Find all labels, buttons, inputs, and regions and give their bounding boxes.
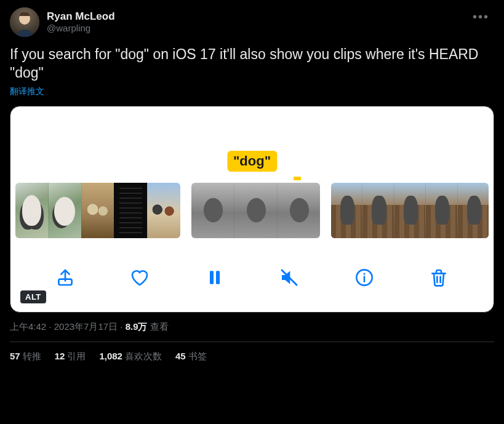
label: 引用 <box>67 351 86 361</box>
heart-icon[interactable] <box>126 264 153 291</box>
media-action-bar <box>10 260 494 295</box>
svg-rect-4 <box>216 271 220 284</box>
meta-dot: · <box>118 321 126 332</box>
thumbnail[interactable] <box>48 183 81 238</box>
pause-icon[interactable] <box>201 264 228 291</box>
meta-dot: · <box>46 321 54 332</box>
mute-icon[interactable] <box>276 264 303 291</box>
tweet-text: If you search for "dog" on iOS 17 it'll … <box>10 46 494 82</box>
count: 45 <box>175 351 186 361</box>
label: 书签 <box>188 351 207 361</box>
author-block[interactable]: Ryan McLeod @warpling <box>10 7 115 37</box>
more-icon[interactable]: ••• <box>468 7 494 26</box>
meta-time[interactable]: 上午4:42 <box>10 321 46 332</box>
thumbnail[interactable] <box>81 183 114 238</box>
thumbnail[interactable] <box>457 183 489 238</box>
label: 转推 <box>23 351 41 361</box>
tweet-meta: 上午4:42 · 2023年7月17日 · 8.9万 查看 <box>10 321 494 333</box>
author-names: Ryan McLeod @warpling <box>47 10 115 34</box>
trash-icon[interactable] <box>425 264 452 291</box>
info-icon[interactable] <box>351 264 378 291</box>
thumbnail[interactable] <box>362 183 393 238</box>
thumbnail[interactable] <box>114 183 147 238</box>
tweet-container: Ryan McLeod @warpling ••• If you search … <box>0 0 504 370</box>
stat-retweets[interactable]: 57转推 <box>10 351 41 362</box>
avatar[interactable] <box>10 7 39 37</box>
search-chip: "dog" <box>227 151 277 172</box>
share-icon[interactable] <box>52 264 79 291</box>
count: 57 <box>10 351 20 361</box>
views-count[interactable]: 8.9万 <box>126 321 148 332</box>
views-label: 查看 <box>150 321 169 332</box>
clip-group-3[interactable] <box>331 183 489 238</box>
handle[interactable]: @warpling <box>47 23 115 34</box>
stat-likes[interactable]: 1,082喜欢次数 <box>99 351 162 362</box>
thumbnail[interactable] <box>277 183 320 238</box>
display-name[interactable]: Ryan McLeod <box>47 10 115 23</box>
video-timeline[interactable] <box>10 183 494 238</box>
count: 1,082 <box>99 351 122 361</box>
stat-bookmarks[interactable]: 45书签 <box>175 351 207 362</box>
chip-marker <box>294 177 301 180</box>
clip-group-1[interactable] <box>15 183 180 238</box>
thumbnail[interactable] <box>394 183 425 238</box>
thumbnail[interactable] <box>147 183 180 238</box>
svg-rect-3 <box>210 271 214 284</box>
meta-date[interactable]: 2023年7月17日 <box>54 321 118 332</box>
alt-badge[interactable]: ALT <box>20 290 46 303</box>
clip-group-2[interactable] <box>191 183 320 238</box>
label: 喜欢次数 <box>125 351 162 361</box>
count: 12 <box>55 351 65 361</box>
tweet-header: Ryan McLeod @warpling ••• <box>10 7 494 37</box>
thumbnail[interactable] <box>15 183 48 238</box>
svg-point-8 <box>363 273 365 274</box>
thumbnail[interactable] <box>191 183 234 238</box>
media-card[interactable]: "dog" <box>10 106 494 313</box>
translate-link[interactable]: 翻译推文 <box>10 86 494 97</box>
thumbnail[interactable] <box>234 183 277 238</box>
thumbnail[interactable] <box>331 183 362 238</box>
thumbnail[interactable] <box>425 183 457 238</box>
stat-quotes[interactable]: 12引用 <box>55 351 86 362</box>
tweet-stats: 57转推 12引用 1,082喜欢次数 45书签 <box>10 342 494 362</box>
